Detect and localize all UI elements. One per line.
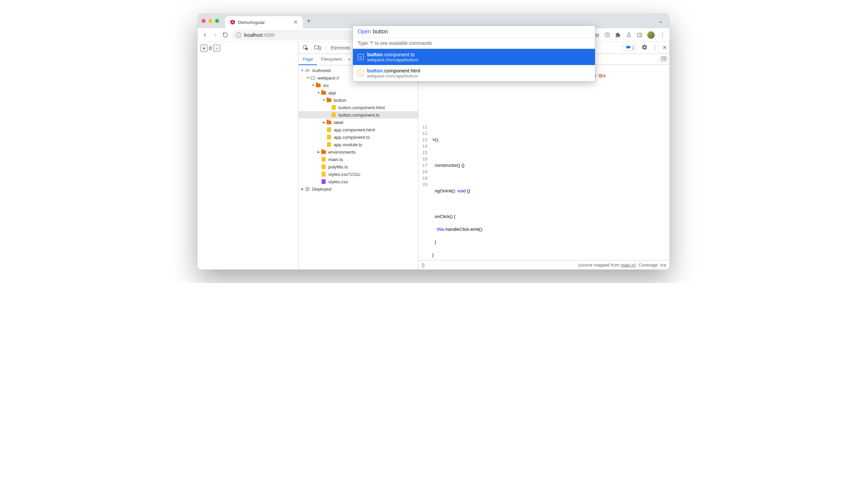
inspect-element-button[interactable]	[301, 44, 310, 52]
svg-rect-7	[637, 33, 642, 37]
tree-src[interactable]: ▼src	[299, 81, 418, 89]
tree-styles-q[interactable]: styles.css?231c	[299, 171, 418, 178]
svg-rect-11	[319, 46, 321, 50]
divider	[326, 45, 327, 51]
tree-polyfills[interactable]: polyfills.ts	[299, 163, 418, 171]
code-content: xxxxxxxxxxxxxxxxxxxxxxxxxxxxxxxxxxxxxxxx…	[429, 65, 608, 260]
source-tree: ▼Authored ▼webpack:// ▼src ▼app ▼button …	[299, 65, 418, 270]
decrement-button[interactable]: -	[213, 44, 221, 52]
counter-value: 0	[208, 45, 213, 51]
subtab-page[interactable]: Page	[299, 54, 317, 65]
minimize-window-button[interactable]	[208, 19, 212, 23]
labs-flask-icon[interactable]	[625, 32, 632, 38]
tab-elements[interactable]: Elements	[331, 45, 350, 51]
quick-open-result[interactable]: ⟨⟩ button.component.ts webpack:///src/ap…	[353, 49, 595, 65]
back-button[interactable]	[202, 32, 208, 39]
folder-icon	[321, 149, 326, 155]
toggle-sidebar-button[interactable]	[660, 56, 667, 62]
file-type-icon: ⟨⟩	[358, 54, 364, 60]
svg-rect-12	[662, 57, 666, 60]
tree-app-ts[interactable]: app.component.ts	[299, 133, 418, 141]
maximize-window-button[interactable]	[215, 19, 219, 23]
tree-deployed[interactable]: ▶Deployed	[299, 185, 418, 193]
svg-rect-10	[314, 45, 319, 48]
tree-button-html[interactable]: button.component.html	[299, 104, 418, 111]
line-gutter: 11 12 13 14 15 16 17 18 19 20	[418, 65, 429, 260]
sources-sidebar: Page Filesystem » ▼Authored ▼webpack:// …	[299, 54, 418, 270]
reload-button[interactable]	[222, 32, 228, 39]
tree-app[interactable]: ▼app	[299, 89, 418, 96]
source-map-link[interactable]: main.js	[621, 262, 635, 267]
tree-button-folder[interactable]: ▼button	[299, 96, 418, 104]
file-icon	[326, 142, 332, 147]
tabs-dropdown-button[interactable]: ⌄	[656, 17, 665, 25]
tree-label-folder[interactable]: ▶label	[299, 119, 418, 126]
folder-icon	[326, 120, 332, 125]
folder-icon	[326, 97, 332, 103]
window-controls	[202, 19, 219, 23]
browser-window: DemoAngular ✕ + ⌄ i localhost:4200 ⋮	[197, 13, 670, 270]
content-split: + 0 - Elements Console Sources Network P…	[197, 42, 670, 270]
file-icon	[321, 179, 326, 184]
browser-menu-button[interactable]: ⋮	[659, 32, 665, 38]
tree-styles[interactable]: styles.css	[299, 178, 418, 185]
profile-avatar[interactable]	[647, 31, 655, 39]
code-icon	[305, 68, 310, 73]
devtools-toolbar-right: 1 ⋮ ✕	[624, 44, 667, 52]
issues-button[interactable]: 1	[624, 44, 637, 51]
tree-button-ts[interactable]: button.component.ts	[299, 111, 418, 119]
page-viewport: + 0 -	[197, 42, 299, 270]
new-tab-button[interactable]: +	[307, 17, 311, 25]
tree-app-module[interactable]: app.module.ts	[299, 141, 418, 148]
file-type-icon: ⟨⟩	[358, 70, 364, 76]
issues-icon	[626, 45, 631, 50]
subtab-overflow[interactable]: »	[346, 54, 353, 65]
folder-icon	[315, 83, 321, 88]
code-editor[interactable]: 11 12 13 14 15 16 17 18 19 20 xxxxxxxxxx…	[418, 65, 670, 260]
site-info-icon[interactable]: i	[236, 32, 242, 38]
devtools-close-button[interactable]: ✕	[662, 44, 667, 51]
extension-icon-3[interactable]	[604, 32, 610, 38]
tree-app-html[interactable]: app.component.html	[299, 126, 418, 133]
devtools-panel: Elements Console Sources Network Perform…	[299, 42, 670, 270]
cube-icon	[305, 186, 310, 192]
tab-close-button[interactable]: ✕	[293, 19, 298, 25]
extensions-puzzle-icon[interactable]	[615, 32, 621, 38]
url-port: :4200	[263, 32, 275, 38]
counter-widget: + 0 -	[200, 44, 296, 52]
quick-open-result[interactable]: ⟨⟩ button.component.html webpack:///src/…	[353, 65, 595, 81]
file-icon	[321, 172, 326, 177]
device-toolbar-button[interactable]	[313, 44, 322, 51]
quick-open-dialog: Open Type '?' to see available commands …	[353, 42, 595, 81]
close-window-button[interactable]	[202, 19, 206, 23]
quick-open-hint: Type '?' to see available commands	[353, 42, 595, 49]
devtools-body: Page Filesystem » ▼Authored ▼webpack:// …	[299, 54, 670, 270]
svg-point-5	[596, 34, 599, 37]
tab-title: DemoAngular	[238, 20, 291, 25]
angular-icon	[230, 20, 235, 25]
file-icon	[331, 105, 336, 110]
forward-button[interactable]	[212, 32, 218, 39]
editor-statusbar: {} (source mapped from main.js) Coverage…	[418, 260, 670, 270]
browser-tab[interactable]: DemoAngular ✕	[225, 16, 303, 28]
cloud-icon	[310, 75, 315, 80]
file-icon	[331, 112, 336, 118]
file-icon	[326, 134, 332, 140]
devtools-menu-button[interactable]: ⋮	[652, 44, 658, 51]
file-icon	[321, 157, 326, 162]
increment-button[interactable]: +	[200, 44, 208, 52]
settings-gear-icon[interactable]	[642, 44, 647, 52]
issues-count: 1	[632, 45, 634, 50]
status-right: (source mapped from main.js) Coverage: n…	[578, 262, 666, 267]
url-host: localhost	[244, 32, 263, 38]
tree-main[interactable]: main.ts	[299, 156, 418, 163]
file-icon	[326, 127, 332, 132]
sidepanel-icon[interactable]	[636, 32, 642, 38]
subtab-filesystem[interactable]: Filesystem	[317, 54, 346, 65]
folder-icon	[321, 90, 326, 95]
pretty-print-button[interactable]: {}	[422, 262, 425, 267]
coverage-text: Coverage: n/a	[639, 262, 666, 267]
editor-area: 11 12 13 14 15 16 17 18 19 20 xxxxxxxxxx…	[418, 54, 670, 270]
tree-environments[interactable]: ▶environments	[299, 148, 418, 156]
file-icon	[321, 164, 326, 169]
